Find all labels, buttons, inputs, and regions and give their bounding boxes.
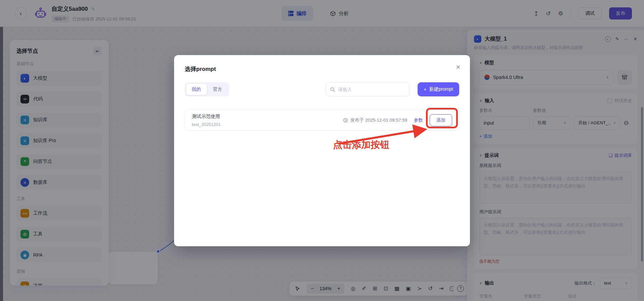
prompt-search-input[interactable]	[338, 87, 405, 92]
new-prompt-button[interactable]: + 新建prompt	[418, 82, 459, 96]
annotation-text: 点击添加按钮	[333, 138, 389, 151]
search-icon	[330, 87, 335, 92]
prompt-list-item[interactable]: 测试示范使用 test_20251201 发布于 2025-12-01 09:5…	[185, 110, 459, 131]
add-prompt-button[interactable]: 添加	[430, 114, 452, 126]
prompt-title: 测试示范使用	[192, 114, 221, 120]
select-prompt-modal: 选择prompt ✕ 我的 官方 + 新建prompt 测试示范使用 test_…	[174, 55, 470, 246]
prompt-search[interactable]	[326, 82, 410, 96]
prompt-tabs: 我的 官方	[185, 82, 229, 96]
tab-mine[interactable]: 我的	[186, 84, 207, 95]
prompt-id: test_20251201	[192, 122, 221, 127]
params-link[interactable]: 参数	[414, 117, 423, 123]
modal-close-icon[interactable]: ✕	[456, 64, 461, 71]
tab-official[interactable]: 官方	[207, 84, 228, 95]
clock-icon	[343, 118, 348, 123]
plus-icon: +	[424, 87, 426, 92]
published-date: 发布于 2025-12-01 09:57:59	[350, 117, 407, 123]
modal-title: 选择prompt	[185, 65, 459, 73]
